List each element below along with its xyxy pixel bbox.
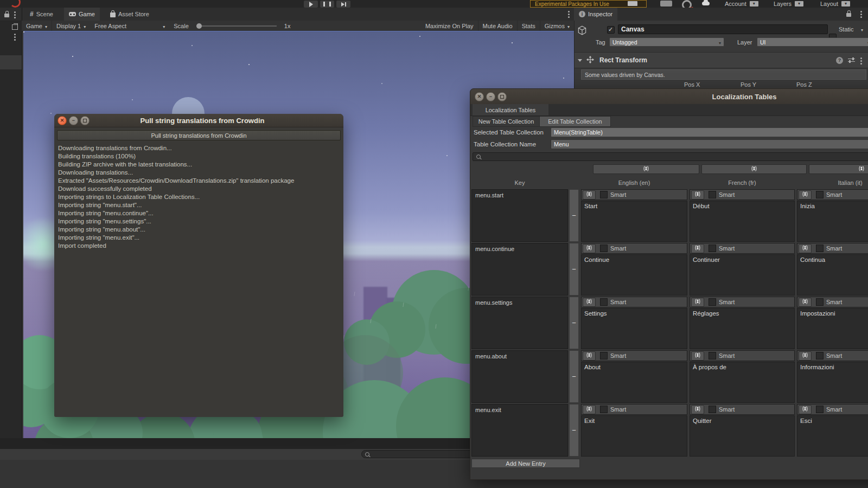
remove-entry-button[interactable]: −: [569, 297, 579, 349]
toolbar-button[interactable]: [660, 1, 672, 7]
pause-button[interactable]: [320, 1, 334, 8]
mute-audio-button[interactable]: Mute Audio: [478, 21, 517, 31]
smart-checkbox[interactable]: [816, 191, 824, 198]
selected-collection-dropdown[interactable]: Menu(StringTable): [551, 127, 868, 137]
translation-text-field[interactable]: Continuer: [690, 254, 795, 296]
rect-transform-header[interactable]: Rect Transform ?: [575, 52, 868, 68]
tag-dropdown[interactable]: Untagged: [609, 37, 724, 47]
translation-text-field[interactable]: Continua: [797, 254, 868, 296]
key-column-header[interactable]: Key: [471, 179, 568, 186]
smart-checkbox[interactable]: [816, 352, 824, 359]
pull-translations-button[interactable]: Pull string translations from Crowdin: [57, 130, 341, 140]
metadata-button[interactable]: [583, 244, 596, 253]
column-gizmo-button[interactable]: [701, 164, 807, 174]
selected-item-band[interactable]: [0, 55, 22, 69]
minimize-icon[interactable]: −: [486, 92, 495, 101]
metadata-button[interactable]: [691, 298, 704, 307]
object-name-field[interactable]: Canvas: [618, 24, 828, 34]
metadata-button[interactable]: [799, 244, 812, 253]
tab-game[interactable]: Game: [64, 8, 100, 21]
remove-entry-button[interactable]: −: [569, 189, 579, 242]
gizmos-dropdown[interactable]: Gizmos: [540, 21, 574, 31]
display-target-dropdown[interactable]: Game: [22, 21, 52, 31]
key-cell[interactable]: menu.about: [471, 350, 568, 403]
maximize-icon[interactable]: [80, 116, 90, 125]
layout-dropdown[interactable]: Layout: [820, 0, 850, 7]
smart-checkbox[interactable]: [600, 191, 608, 198]
smart-checkbox[interactable]: [600, 298, 608, 306]
collection-name-field[interactable]: Menu: [551, 139, 868, 149]
tab-inspector[interactable]: iInspector: [574, 8, 617, 21]
smart-checkbox[interactable]: [600, 245, 608, 252]
metadata-button[interactable]: [583, 190, 596, 200]
display-dropdown[interactable]: Display 1: [52, 21, 90, 31]
translation-text-field[interactable]: Quitter: [690, 415, 795, 457]
step-button[interactable]: [336, 1, 350, 8]
kebab-menu-icon[interactable]: [14, 34, 16, 35]
kebab-menu-icon[interactable]: [14, 11, 16, 13]
tab-scene[interactable]: #Scene: [25, 8, 58, 21]
game-panel-menu-icon[interactable]: [568, 11, 570, 12]
english-column-header[interactable]: English (en): [581, 179, 687, 186]
layer-dropdown[interactable]: UI: [757, 37, 868, 47]
inspector-lock-icon[interactable]: [846, 13, 851, 17]
help-icon[interactable]: ?: [836, 57, 843, 64]
metadata-button[interactable]: [691, 351, 704, 361]
edit-table-collection-button[interactable]: Edit Table Collection: [539, 116, 611, 127]
static-dropdown-icon[interactable]: [861, 26, 863, 33]
presets-icon[interactable]: [848, 57, 855, 63]
float-window-icon[interactable]: [12, 24, 18, 30]
remove-entry-button[interactable]: −: [569, 350, 579, 403]
tab-localization-tables[interactable]: Localization Tables: [473, 104, 548, 115]
metadata-button[interactable]: [799, 351, 812, 361]
metadata-button[interactable]: [691, 405, 704, 414]
translation-text-field[interactable]: Informazioni: [797, 362, 868, 403]
key-cell[interactable]: menu.exit: [471, 404, 568, 457]
add-new-entry-button[interactable]: Add New Entry: [471, 459, 580, 468]
smart-checkbox[interactable]: [600, 352, 608, 359]
french-column-header[interactable]: French (fr): [690, 179, 795, 186]
key-cell[interactable]: menu.settings: [471, 297, 568, 349]
play-button[interactable]: [304, 1, 318, 8]
translation-text-field[interactable]: À propos de: [690, 362, 795, 403]
experimental-badge-button[interactable]: [628, 1, 637, 6]
table-search-input[interactable]: [473, 152, 868, 161]
scale-slider[interactable]: [196, 25, 277, 27]
account-dropdown[interactable]: Account: [725, 0, 758, 7]
active-checkbox[interactable]: [607, 26, 615, 34]
aspect-dropdown[interactable]: Free Aspect: [90, 21, 169, 31]
translation-text-field[interactable]: About: [581, 362, 687, 403]
metadata-button[interactable]: [691, 190, 704, 200]
key-cell[interactable]: menu.start: [471, 189, 568, 242]
tab-asset-store[interactable]: Asset Store: [105, 8, 154, 21]
crowdin-titlebar[interactable]: ✕ − Pull string translations from Crowdi…: [54, 114, 343, 127]
maximize-icon[interactable]: [497, 92, 507, 101]
stats-button[interactable]: Stats: [518, 21, 540, 31]
inspector-menu-icon[interactable]: [860, 11, 862, 12]
metadata-button[interactable]: [691, 244, 704, 253]
translation-text-field[interactable]: Exit: [581, 415, 687, 457]
smart-checkbox[interactable]: [709, 406, 716, 413]
smart-checkbox[interactable]: [709, 298, 716, 306]
translation-text-field[interactable]: Esci: [797, 415, 868, 457]
foldout-icon[interactable]: [578, 59, 582, 62]
metadata-button[interactable]: [583, 351, 596, 361]
translation-text-field[interactable]: Continue: [581, 254, 687, 296]
remove-entry-button[interactable]: −: [569, 404, 579, 457]
smart-checkbox[interactable]: [709, 191, 716, 198]
translation-text-field[interactable]: Inizia: [797, 201, 868, 242]
localization-titlebar[interactable]: Localization Tables ✕ −: [470, 89, 868, 105]
close-icon[interactable]: ✕: [58, 116, 67, 125]
component-menu-icon[interactable]: [860, 57, 862, 59]
metadata-button[interactable]: [799, 190, 812, 200]
column-gizmo-button[interactable]: [593, 164, 699, 174]
close-icon[interactable]: ✕: [475, 92, 484, 101]
new-table-collection-button[interactable]: New Table Collection: [473, 116, 540, 127]
metadata-button[interactable]: [583, 405, 596, 414]
smart-checkbox[interactable]: [816, 406, 824, 413]
smart-checkbox[interactable]: [816, 298, 824, 306]
italian-column-header[interactable]: Italian (it): [797, 179, 868, 186]
metadata-button[interactable]: [799, 298, 812, 307]
key-cell[interactable]: menu.continue: [471, 243, 568, 296]
search-input[interactable]: [361, 450, 481, 458]
